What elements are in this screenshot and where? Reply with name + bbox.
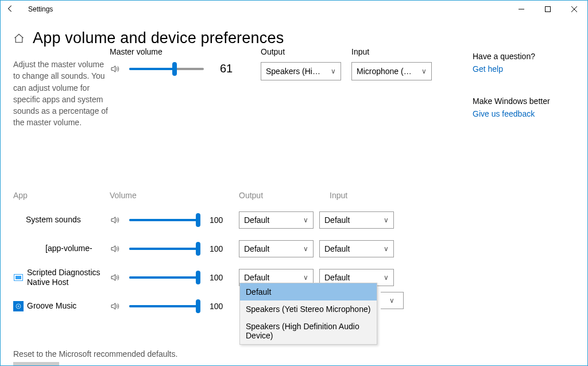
app-volume-value: 100 xyxy=(210,302,227,311)
app-volume-slider[interactable]: 100 xyxy=(110,301,239,311)
app-input-combo[interactable]: Default∨ xyxy=(319,211,394,229)
reset-description: Reset to the Microsoft recommended defau… xyxy=(13,349,473,359)
app-row: Groove Music 100 ∨ Default Speakers (Yet… xyxy=(13,292,473,321)
help-heading: Have a question? xyxy=(473,52,550,61)
app-output-combo[interactable]: Default∨ xyxy=(239,211,314,229)
close-button[interactable] xyxy=(561,1,587,18)
app-row: System sounds 100 Default∨ Default∨ xyxy=(13,206,473,234)
app-list-header: App Volume Output Input xyxy=(13,191,473,200)
dropdown-option[interactable]: Speakers (High Definition Audio Device) xyxy=(240,318,377,344)
home-icon[interactable] xyxy=(13,33,25,47)
master-volume-label: Master volume xyxy=(110,47,239,56)
master-volume-slider[interactable] xyxy=(110,64,208,74)
feedback-link[interactable]: Give us feedback xyxy=(473,109,550,118)
groove-music-icon xyxy=(13,301,24,311)
chevron-down-icon: ∨ xyxy=(389,296,394,305)
master-input-label: Input xyxy=(351,47,432,56)
titlebar: Settings xyxy=(1,1,587,18)
intro-text: Adjust the master volume to change all s… xyxy=(13,47,110,129)
svg-rect-1 xyxy=(546,7,551,12)
app-name: System sounds xyxy=(26,215,81,225)
page-title: App volume and device preferences xyxy=(33,29,284,47)
speaker-icon xyxy=(110,215,125,225)
master-output-label: Output xyxy=(261,47,341,56)
window-controls xyxy=(508,1,587,18)
chevron-down-icon: ∨ xyxy=(303,245,308,253)
chevron-down-icon: ∨ xyxy=(384,245,389,253)
window-title: Settings xyxy=(28,5,53,13)
chevron-down-icon: ∨ xyxy=(421,67,427,75)
back-button[interactable] xyxy=(6,5,20,14)
app-volume-value: 100 xyxy=(210,244,227,253)
master-output-combo[interactable]: Speakers (High De… ∨ xyxy=(261,62,341,80)
dropdown-option[interactable]: Speakers (Yeti Stereo Microphone) xyxy=(240,300,377,318)
app-volume-slider[interactable]: 100 xyxy=(110,272,239,283)
chevron-down-icon: ∨ xyxy=(384,216,389,224)
reset-button[interactable]: Reset xyxy=(13,362,59,366)
scripted-diagnostics-icon xyxy=(13,272,24,283)
speaker-icon xyxy=(110,272,125,283)
app-row: [app-volume- 100 Default∨ Default∨ xyxy=(13,234,473,263)
app-volume-value: 100 xyxy=(210,215,227,225)
minimize-button[interactable] xyxy=(508,1,535,18)
chevron-down-icon: ∨ xyxy=(331,67,336,75)
dropdown-option[interactable]: Default xyxy=(240,283,377,300)
app-name: Groove Music xyxy=(27,301,76,311)
app-volume-slider[interactable]: 100 xyxy=(110,215,239,225)
maximize-button[interactable] xyxy=(535,1,561,18)
speaker-icon xyxy=(110,64,125,74)
app-volume-slider[interactable]: 100 xyxy=(110,244,239,254)
chevron-down-icon: ∨ xyxy=(303,273,308,282)
app-input-combo[interactable]: Default∨ xyxy=(319,240,394,257)
app-name: Scripted Diagnostics Native Host xyxy=(27,268,102,287)
chevron-down-icon: ∨ xyxy=(303,216,308,224)
speaker-icon xyxy=(110,301,125,311)
app-volume-value: 100 xyxy=(210,273,227,282)
master-volume-value: 61 xyxy=(220,62,237,75)
app-output-combo[interactable]: Default∨ xyxy=(239,240,314,257)
feedback-heading: Make Windows better xyxy=(473,97,550,106)
get-help-link[interactable]: Get help xyxy=(473,64,550,74)
chevron-down-icon: ∨ xyxy=(384,273,389,282)
output-dropdown-list: Default Speakers (Yeti Stereo Microphone… xyxy=(239,283,377,345)
app-input-combo[interactable]: ∨ xyxy=(381,292,404,309)
master-input-combo[interactable]: Microphone (Yeti S… ∨ xyxy=(351,62,432,80)
speaker-icon xyxy=(110,244,125,254)
svg-point-4 xyxy=(16,304,21,309)
app-name: [app-volume- xyxy=(45,244,92,253)
svg-point-5 xyxy=(18,306,19,307)
